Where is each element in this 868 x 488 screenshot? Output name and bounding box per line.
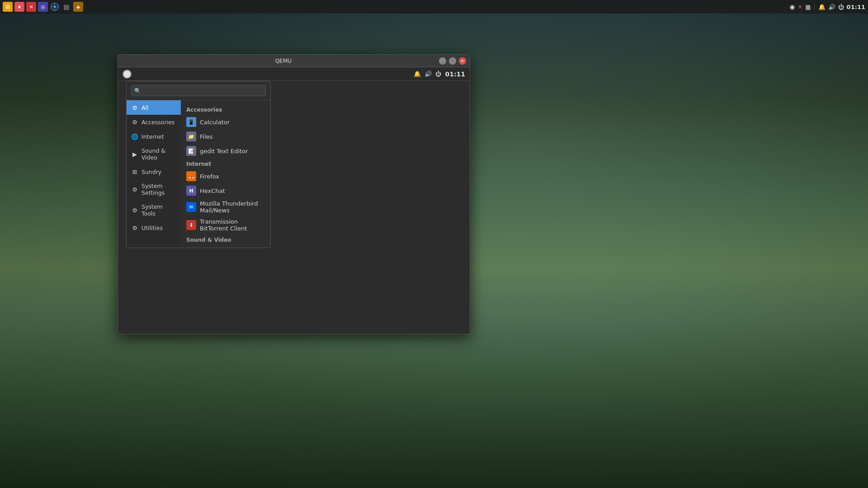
app-item-rhythmbox[interactable]: 🎵 Rhythmbox Music Player bbox=[181, 245, 270, 248]
sidebar-item-accessories[interactable]: ⚙ Accessories bbox=[127, 115, 181, 129]
thunderbird-icon: ✉ bbox=[186, 202, 196, 212]
bell-icon[interactable]: 🔔 bbox=[818, 4, 826, 10]
taskbar-left: ⊞ ★ ✕ ◎ ▤ ◈ bbox=[3, 2, 83, 12]
menu-content: Accessories 📱 Calculator 📁 Files bbox=[181, 100, 270, 248]
svg-point-1 bbox=[53, 5, 56, 8]
menu-sidebar: ⚙ All ⚙ Accessories 🌐 Internet ▶ Sound &… bbox=[127, 100, 181, 248]
qemu-window: QEMU _ □ ✕ 🔔 🔊 ⏻ 01:11 bbox=[118, 54, 470, 334]
calculator-icon: 📱 bbox=[186, 117, 196, 127]
statusbar-clock: 01:11 bbox=[445, 70, 465, 78]
app-item-transmission[interactable]: ⬇ Transmission BitTorrent Client bbox=[181, 216, 270, 234]
statusbar-power[interactable]: ⏻ bbox=[435, 70, 441, 77]
taskbar-app2[interactable]: ✕ bbox=[26, 2, 36, 12]
taskbar-close-right[interactable]: ✕ bbox=[797, 4, 802, 10]
statusbar-right: 🔔 🔊 ⏻ 01:11 bbox=[414, 70, 465, 78]
all-icon: ⚙ bbox=[131, 104, 138, 111]
search-icon: 🔍 bbox=[134, 88, 141, 94]
taskbar: ⊞ ★ ✕ ◎ ▤ ◈ bbox=[0, 0, 868, 14]
maximize-button[interactable]: □ bbox=[449, 57, 456, 65]
power-icon[interactable]: ⏻ bbox=[838, 4, 844, 10]
sidebar-item-system-tools[interactable]: ⚙ System Tools bbox=[127, 200, 181, 221]
desktop: ⊞ ★ ✕ ◎ ▤ ◈ bbox=[0, 0, 868, 488]
section-header-accessories: Accessories bbox=[181, 104, 270, 115]
taskbar-manager-right[interactable]: ▦ bbox=[805, 4, 811, 10]
window-statusbar: 🔔 🔊 ⏻ 01:11 bbox=[118, 67, 470, 81]
clock: 01:11 bbox=[847, 4, 865, 10]
sidebar-item-internet[interactable]: 🌐 Internet bbox=[127, 129, 181, 144]
taskbar-app4[interactable]: ◈ bbox=[73, 2, 83, 12]
window-circle-indicator bbox=[123, 70, 132, 79]
accessories-icon: ⚙ bbox=[131, 118, 138, 126]
statusbar-bell[interactable]: 🔔 bbox=[414, 70, 421, 77]
search-input[interactable] bbox=[131, 85, 266, 96]
window-title: QEMU bbox=[128, 58, 439, 64]
app-item-gedit[interactable]: 📝 gedit Text Editor bbox=[181, 144, 270, 158]
system-settings-icon: ⚙ bbox=[131, 186, 138, 193]
system-tools-icon: ⚙ bbox=[131, 206, 138, 214]
close-button[interactable]: ✕ bbox=[459, 57, 466, 65]
app-item-calculator[interactable]: 📱 Calculator bbox=[181, 115, 270, 129]
app-item-files[interactable]: 📁 Files bbox=[181, 129, 270, 144]
taskbar-app3[interactable]: ◎ bbox=[38, 2, 48, 12]
section-header-internet: Internet bbox=[181, 158, 270, 169]
sidebar-item-sound-video[interactable]: ▶ Sound & Video bbox=[127, 144, 181, 164]
section-header-sound-video: Sound & Video bbox=[181, 234, 270, 245]
taskbar-divider: | bbox=[814, 4, 816, 10]
taskbar-chrome-right[interactable]: ◉ bbox=[789, 3, 795, 10]
files-icon: 📁 bbox=[186, 131, 196, 141]
sound-video-icon: ▶ bbox=[131, 150, 138, 158]
search-bar: 🔍 bbox=[127, 81, 270, 100]
transmission-icon: ⬇ bbox=[186, 220, 196, 230]
menu-body: ⚙ All ⚙ Accessories 🌐 Internet ▶ Sound &… bbox=[127, 100, 270, 248]
taskbar-files[interactable]: ▤ bbox=[61, 2, 71, 12]
volume-icon[interactable]: 🔊 bbox=[828, 4, 835, 10]
menu-icon[interactable]: ⊞ bbox=[3, 2, 13, 12]
taskbar-app1[interactable]: ★ bbox=[14, 2, 24, 12]
hexchat-icon: H bbox=[186, 186, 196, 196]
statusbar-volume[interactable]: 🔊 bbox=[425, 70, 432, 77]
sidebar-item-system-settings[interactable]: ⚙ System Settings bbox=[127, 179, 181, 200]
app-menu: 🔍 ⚙ All ⚙ Accessories 🌐 bbox=[126, 81, 271, 248]
window-titlebar: QEMU _ □ ✕ bbox=[118, 55, 470, 67]
utilities-icon: ⚙ bbox=[131, 224, 138, 231]
sidebar-item-sundry[interactable]: ⊞ Sundry bbox=[127, 164, 181, 179]
sidebar-item-all[interactable]: ⚙ All bbox=[127, 100, 181, 115]
app-item-thunderbird[interactable]: ✉ Mozilla Thunderbird Mail/News bbox=[181, 198, 270, 216]
taskbar-chrome[interactable] bbox=[50, 2, 60, 12]
gedit-icon: 📝 bbox=[186, 146, 196, 156]
app-item-hexchat[interactable]: H HexChat bbox=[181, 183, 270, 198]
window-buttons: _ □ ✕ bbox=[439, 57, 466, 65]
app-item-firefox[interactable]: 🦊 Firefox bbox=[181, 169, 270, 183]
taskbar-right: ◉ ✕ ▦ | 🔔 🔊 ⏻ 01:11 bbox=[789, 3, 865, 10]
firefox-icon: 🦊 bbox=[186, 171, 196, 181]
sundry-icon: ⊞ bbox=[131, 168, 138, 175]
internet-icon: 🌐 bbox=[131, 133, 138, 140]
minimize-button[interactable]: _ bbox=[439, 57, 446, 65]
sidebar-item-utilities[interactable]: ⚙ Utilities bbox=[127, 221, 181, 235]
